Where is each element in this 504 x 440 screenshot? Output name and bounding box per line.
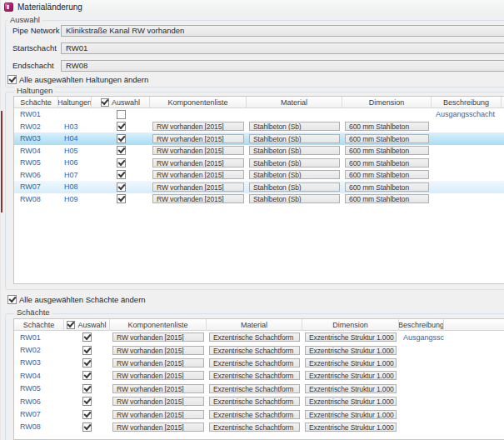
row-checkbox[interactable]: [82, 422, 92, 432]
dimension-field[interactable]: Exzentrische Struktur 1.000 Durcl: [305, 397, 397, 406]
startschacht-field[interactable]: RW01: [61, 42, 504, 54]
column-header-haltung[interactable]: Haltungen: [58, 97, 92, 108]
komponentenliste-field[interactable]: RW vorhanden [2015]: [112, 422, 204, 432]
column-header-beschreibung[interactable]: Beschreibung: [399, 319, 444, 331]
komponentenliste-field[interactable]: RW vorhanden [2015]: [112, 397, 204, 406]
material-field[interactable]: Exzentrische Schachtform: [209, 384, 300, 393]
komponentenliste-field[interactable]: RW vorhanden [2015]: [112, 384, 204, 393]
dimension-field[interactable]: Exzentrische Struktur 1.000 Durcl: [305, 422, 397, 432]
row-checkbox[interactable]: [82, 371, 92, 380]
komponentenliste-field[interactable]: RW vorhanden [2015]: [112, 410, 204, 419]
dimension-field[interactable]: 600 mm Stahlbeton: [345, 170, 429, 179]
dimension-field[interactable]: 600 mm Stahlbeton: [345, 134, 429, 143]
dimension-field[interactable]: Exzentrische Struktur 1.000 Durcl: [305, 332, 397, 342]
komponentenliste-field[interactable]: RW vorhanden [2015]: [152, 182, 244, 192]
material-field[interactable]: Exzentrische Schachtform: [209, 397, 300, 406]
table-row[interactable]: RW04H05RW vorhanden [2015]Stahlbeton (Sb…: [14, 145, 504, 158]
select-all-schaechte-checkbox[interactable]: [7, 295, 17, 304]
table-row[interactable]: RW03H04RW vorhanden [2015]Stahlbeton (Sb…: [14, 132, 504, 145]
material-field[interactable]: Stahlbeton (Sb): [249, 134, 340, 143]
column-header-komponentenliste[interactable]: Komponentenliste: [150, 97, 247, 108]
dimension-field[interactable]: Exzentrische Struktur 1.000 Durcl: [305, 410, 397, 419]
komponentenliste-field[interactable]: RW vorhanden [2015]: [152, 170, 244, 179]
dimension-field[interactable]: Exzentrische Struktur 1.000 Durcl: [305, 384, 397, 393]
row-checkbox[interactable]: [117, 110, 126, 119]
row-checkbox[interactable]: [117, 182, 126, 192]
material-field[interactable]: Exzentrische Schachtform: [209, 422, 300, 432]
column-header-material[interactable]: Material: [207, 319, 302, 331]
material-field[interactable]: Stahlbeton (Sb): [249, 182, 340, 192]
column-header-komponentenliste[interactable]: Komponentenliste: [110, 319, 207, 331]
cell-dimension: 600 mm Stahlbeton: [342, 193, 432, 206]
column-header-schacht[interactable]: Schächte: [14, 319, 64, 331]
table-row[interactable]: RW06RW vorhanden [2015]Exzentrische Scha…: [14, 395, 504, 408]
table-row[interactable]: RW08RW vorhanden [2015]Exzentrische Scha…: [14, 421, 504, 433]
komponentenliste-field[interactable]: RW vorhanden [2015]: [152, 122, 244, 131]
column-header-schacht[interactable]: Schächte: [14, 97, 58, 108]
titlebar[interactable]: Materialänderung: [1, 0, 504, 14]
row-checkbox[interactable]: [117, 194, 126, 203]
material-field[interactable]: Exzentrische Schachtform: [209, 410, 300, 419]
komponentenliste-field[interactable]: RW vorhanden [2015]: [112, 346, 204, 355]
endschacht-field[interactable]: RW08: [61, 60, 504, 72]
table-row[interactable]: RW01Ausgangsschacht: [14, 108, 504, 121]
material-field[interactable]: Stahlbeton (Sb): [249, 170, 340, 179]
row-checkbox[interactable]: [82, 358, 92, 368]
komponentenliste-field[interactable]: RW vorhanden [2015]: [152, 194, 244, 203]
row-checkbox[interactable]: [82, 384, 92, 393]
column-header-checked[interactable]: Auswahl: [92, 97, 150, 108]
table-row[interactable]: RW08H09RW vorhanden [2015]Stahlbeton (Sb…: [14, 193, 504, 206]
dimension-field[interactable]: 600 mm Stahlbeton: [345, 158, 429, 168]
column-header-checked[interactable]: Auswahl: [64, 319, 110, 331]
pipe-network-field[interactable]: Klinikstraße Kanal RW vorhanden: [61, 25, 504, 37]
dimension-field[interactable]: 600 mm Stahlbeton: [345, 194, 429, 203]
material-field[interactable]: Stahlbeton (Sb): [249, 122, 340, 131]
column-header-beschreibung[interactable]: Beschreibung: [432, 97, 502, 108]
material-field[interactable]: Stahlbeton (Sb): [249, 158, 340, 168]
komponentenliste-field[interactable]: RW vorhanden [2015]: [112, 358, 204, 368]
column-header-material[interactable]: Material: [247, 97, 342, 108]
table-row[interactable]: RW05H06RW vorhanden [2015]Stahlbeton (Sb…: [14, 157, 504, 169]
table-row[interactable]: RW01RW vorhanden [2015]Exzentrische Scha…: [14, 331, 504, 343]
row-checkbox[interactable]: [117, 134, 126, 143]
table-row[interactable]: RW05RW vorhanden [2015]Exzentrische Scha…: [14, 382, 504, 395]
row-checkbox[interactable]: [117, 158, 126, 168]
table-row[interactable]: RW06H07RW vorhanden [2015]Stahlbeton (Sb…: [14, 169, 504, 182]
row-checkbox[interactable]: [117, 146, 126, 155]
table-row[interactable]: RW02RW vorhanden [2015]Exzentrische Scha…: [14, 343, 504, 356]
dimension-field[interactable]: Exzentrische Struktur 1.000 Durcl: [305, 358, 397, 368]
material-field[interactable]: Exzentrische Schachtform: [209, 346, 300, 355]
cell-checked: [92, 121, 150, 133]
table-row[interactable]: RW02H03RW vorhanden [2015]Stahlbeton (Sb…: [14, 121, 504, 133]
material-field[interactable]: Stahlbeton (Sb): [249, 194, 340, 203]
material-field[interactable]: Exzentrische Schachtform: [209, 332, 300, 342]
material-field[interactable]: Exzentrische Schachtform: [209, 371, 300, 380]
select-all-haltungen-checkbox[interactable]: [7, 75, 17, 84]
table-row[interactable]: RW07H08RW vorhanden [2015]Stahlbeton (Sb…: [14, 181, 504, 193]
header-select-all-checkbox[interactable]: [101, 98, 109, 107]
dimension-field[interactable]: Exzentrische Struktur 1.000 Durcl: [305, 346, 397, 355]
komponentenliste-field[interactable]: RW vorhanden [2015]: [152, 158, 244, 168]
row-checkbox[interactable]: [117, 170, 126, 179]
row-checkbox[interactable]: [117, 122, 126, 131]
column-header-dimension[interactable]: Dimension: [302, 319, 399, 331]
table-row[interactable]: RW07RW vorhanden [2015]Exzentrische Scha…: [14, 408, 504, 420]
row-checkbox[interactable]: [82, 397, 92, 406]
column-header-dimension[interactable]: Dimension: [342, 97, 432, 108]
row-checkbox[interactable]: [82, 410, 92, 419]
dimension-field[interactable]: 600 mm Stahlbeton: [345, 122, 429, 131]
komponentenliste-field[interactable]: RW vorhanden [2015]: [112, 332, 204, 342]
dimension-field[interactable]: 600 mm Stahlbeton: [345, 182, 429, 192]
dimension-field[interactable]: Exzentrische Struktur 1.000 Durcl: [305, 371, 397, 380]
dimension-field[interactable]: 600 mm Stahlbeton: [345, 146, 429, 155]
table-row[interactable]: RW03RW vorhanden [2015]Exzentrische Scha…: [14, 357, 504, 369]
header-select-all-checkbox[interactable]: [67, 321, 75, 329]
material-field[interactable]: Stahlbeton (Sb): [249, 146, 340, 155]
material-field[interactable]: Exzentrische Schachtform: [209, 358, 300, 368]
komponentenliste-field[interactable]: RW vorhanden [2015]: [152, 134, 244, 143]
row-checkbox[interactable]: [82, 332, 92, 342]
komponentenliste-field[interactable]: RW vorhanden [2015]: [152, 146, 244, 155]
row-checkbox[interactable]: [82, 346, 92, 355]
komponentenliste-field[interactable]: RW vorhanden [2015]: [112, 371, 204, 380]
table-row[interactable]: RW04RW vorhanden [2015]Exzentrische Scha…: [14, 369, 504, 382]
